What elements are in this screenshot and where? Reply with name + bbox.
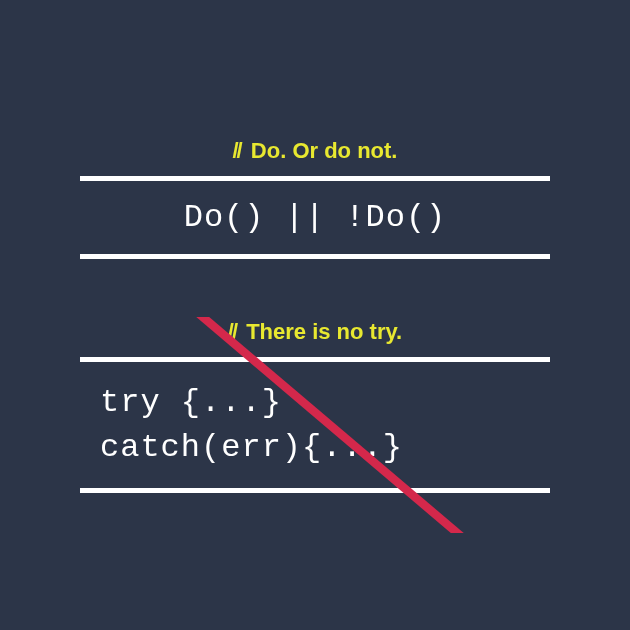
comment-try: // There is no try.	[80, 319, 550, 345]
code-try-catch: try {...} catch(err){...}	[80, 362, 550, 488]
strike-container: try {...} catch(err){...}	[80, 357, 550, 493]
section-do-or-do-not: // Do. Or do not. Do() || !Do()	[80, 138, 550, 259]
comment-do: // Do. Or do not.	[80, 138, 550, 164]
comment-text-try: There is no try.	[246, 319, 402, 344]
comment-slashes: //	[232, 138, 240, 163]
section-no-try: // There is no try. try {...} catch(err)…	[80, 319, 550, 493]
code-do: Do() || !Do()	[80, 181, 550, 254]
divider-bottom-2	[80, 488, 550, 493]
code-try-line: try {...}	[100, 380, 530, 425]
comment-slashes: //	[228, 319, 236, 344]
code-catch-line: catch(err){...}	[100, 425, 530, 470]
divider-bottom-1	[80, 254, 550, 259]
comment-text-do: Do. Or do not.	[251, 138, 398, 163]
